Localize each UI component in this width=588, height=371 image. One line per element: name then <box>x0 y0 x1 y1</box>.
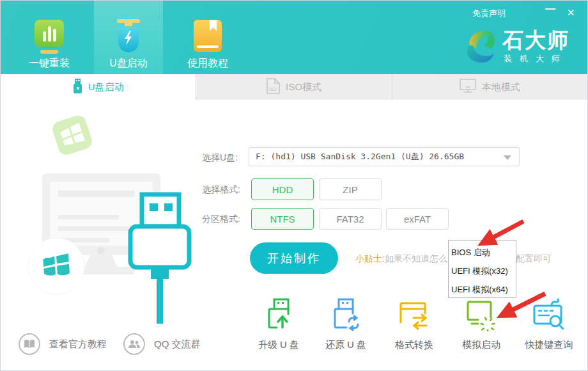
official-tutorial-link[interactable]: 查看官方教程 <box>19 333 107 355</box>
usb-restore-icon <box>330 298 362 334</box>
nav-tile-label: 一键重装 <box>29 57 70 70</box>
usb-drive-value: F: (hd1) USB SanDisk 3.2Gen1 (U盘) 26.65G… <box>256 151 464 162</box>
tool-restore-usb[interactable]: 还原 U 盘 <box>311 298 381 351</box>
nav-tile-reinstall[interactable]: 一键重装 <box>15 1 84 74</box>
brand-swirl-icon <box>461 28 496 66</box>
format-convert-icon <box>398 298 430 334</box>
tip-text: 小贴士:如果不知道怎么 <box>355 253 447 265</box>
brand-logo: 石大师 装机大师 <box>461 28 569 66</box>
tutorial-book-icon <box>192 19 224 54</box>
tool-upgrade-usb[interactable]: 升级 U 盘 <box>244 298 314 351</box>
format-option-hdd[interactable]: HDD <box>251 178 314 200</box>
tip-right-fragment: 配置即可 <box>516 253 552 265</box>
close-button[interactable]: ✕ <box>564 7 577 19</box>
popup-item-uefi-x64[interactable]: UEFI 模拟(x64) <box>451 280 516 299</box>
monitor-icon <box>460 79 476 95</box>
reinstall-icon <box>33 19 65 54</box>
link-label: 查看官方教程 <box>49 338 107 351</box>
chevron-down-icon <box>504 155 511 160</box>
link-label: QQ 交流群 <box>154 338 201 351</box>
nav-tile-usb-boot[interactable]: U盘启动 <box>94 1 163 74</box>
tool-label: 模拟启动 <box>462 339 500 351</box>
tab-label: ISO模式 <box>286 81 321 93</box>
tool-hotkey-lookup[interactable]: 快捷键查询 <box>514 298 584 351</box>
windows-flag-badge <box>28 238 84 294</box>
usb-boot-panel: 选择U盘: F: (hd1) USB SanDisk 3.2Gen1 (U盘) … <box>1 100 587 371</box>
keyboard-search-icon <box>532 298 566 334</box>
partition-option-fat32[interactable]: FAT32 <box>319 208 382 230</box>
tab-local-mode[interactable]: 本地模式 <box>392 74 587 100</box>
tip-left-fragment: 如果不知道怎么 <box>385 253 447 264</box>
popup-item-uefi-x32[interactable]: UEFI 模拟(x32) <box>451 262 516 280</box>
brand-name: 石大师 <box>502 29 569 51</box>
boot-mode-popup: BIOS 启动 UEFI 模拟(x32) UEFI 模拟(x64) <box>448 240 516 298</box>
iso-file-icon: ISO <box>267 78 280 96</box>
qq-group-link[interactable]: QQ 交流群 <box>123 333 201 355</box>
usb-drive-dropdown[interactable]: F: (hd1) USB SanDisk 3.2Gen1 (U盘) 26.65G… <box>249 147 520 166</box>
partition-option-ntfs[interactable]: NTFS <box>251 208 314 230</box>
tip-prefix: 小贴士: <box>355 253 385 264</box>
tool-label: 还原 U 盘 <box>325 339 366 351</box>
header: 一键重装 U盘启动 <box>1 1 587 74</box>
usb-stick-icon <box>73 79 82 95</box>
disclaimer-link[interactable]: 免责声明 <box>472 8 506 19</box>
usb-select-label: 选择U盘: <box>202 152 238 164</box>
tool-label: 升级 U 盘 <box>258 339 299 351</box>
svg-text:ISO: ISO <box>269 87 277 91</box>
tool-simulate-boot[interactable]: 模拟启动 <box>446 298 516 351</box>
tab-label: U盘启动 <box>88 81 124 93</box>
usb-upgrade-icon <box>263 298 295 334</box>
nav-tile-label: U盘启动 <box>109 57 148 70</box>
tool-format-convert[interactable]: 格式转换 <box>379 298 449 351</box>
usb-computer-illustration <box>20 113 205 324</box>
app-window: 一键重装 U盘启动 <box>0 0 588 371</box>
brand-subtitle: 装机大师 <box>502 53 569 65</box>
tool-label: 格式转换 <box>395 339 433 351</box>
nav-tile-label: 使用教程 <box>187 57 228 70</box>
format-option-zip[interactable]: ZIP <box>319 178 382 200</box>
partition-option-exfat[interactable]: exFAT <box>386 208 449 230</box>
mode-tabbar: U盘启动 ISO ISO模式 本地模式 <box>1 74 587 100</box>
popup-item-bios[interactable]: BIOS 启动 <box>451 243 516 262</box>
nav-tile-tutorial[interactable]: 使用教程 <box>173 1 242 74</box>
windows-tile-icon <box>50 113 94 157</box>
people-icon <box>123 333 145 355</box>
tab-label: 本地模式 <box>482 81 520 93</box>
partition-select-label: 分区格式: <box>202 214 240 225</box>
book-icon <box>19 333 40 355</box>
tab-iso-mode[interactable]: ISO ISO模式 <box>196 74 392 100</box>
format-select-label: 选择格式: <box>202 184 240 196</box>
minimize-button[interactable]: — <box>544 3 557 15</box>
usb-boot-shield-icon <box>112 19 145 54</box>
tab-usb-boot[interactable]: U盘启动 <box>1 74 196 100</box>
tool-label: 快捷键查询 <box>525 339 573 351</box>
start-create-button[interactable]: 开始制作 <box>250 242 338 274</box>
simulate-boot-icon <box>465 298 497 334</box>
